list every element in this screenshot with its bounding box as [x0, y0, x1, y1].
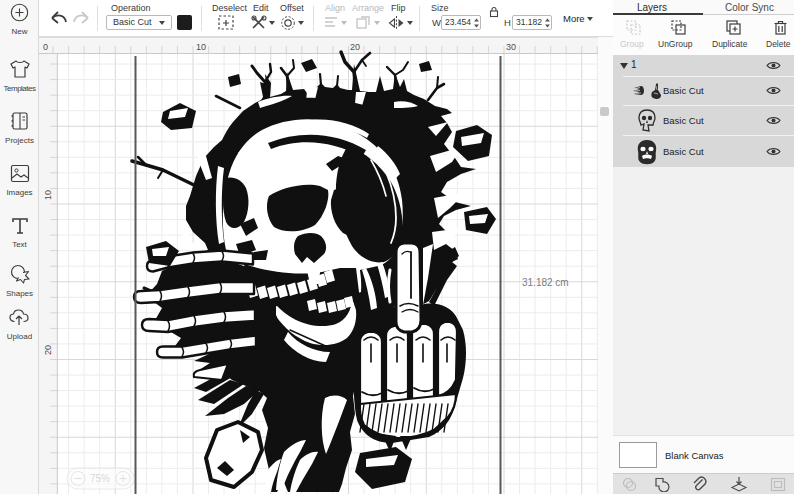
svg-text:10: 10 — [196, 42, 206, 52]
svg-text:75%: 75% — [90, 473, 110, 484]
svg-text:31.182 cm: 31.182 cm — [522, 277, 569, 288]
svg-text:30: 30 — [506, 42, 516, 52]
svg-text:20: 20 — [43, 345, 53, 355]
svg-text:0: 0 — [43, 42, 48, 52]
svg-text:10: 10 — [43, 190, 53, 200]
svg-text:20: 20 — [350, 42, 360, 52]
